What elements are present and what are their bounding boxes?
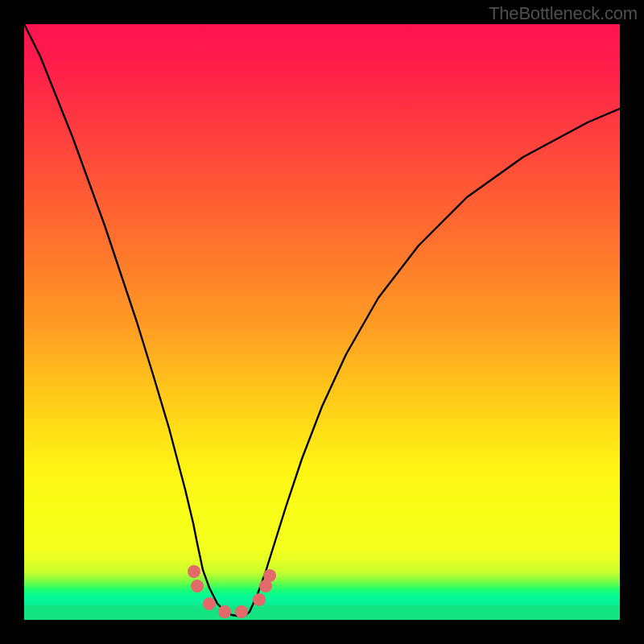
markers-layer	[24, 24, 620, 620]
data-point-marker	[253, 593, 266, 606]
data-point-marker	[188, 565, 200, 578]
data-point-marker	[218, 605, 231, 618]
data-point-marker	[235, 605, 248, 618]
data-point-marker	[203, 597, 216, 610]
plot-area	[24, 24, 620, 620]
attribution-text: TheBottleneck.com	[489, 3, 638, 24]
chart-frame: TheBottleneck.com	[0, 0, 644, 644]
data-point-marker	[191, 580, 204, 592]
data-point-marker	[263, 569, 276, 582]
